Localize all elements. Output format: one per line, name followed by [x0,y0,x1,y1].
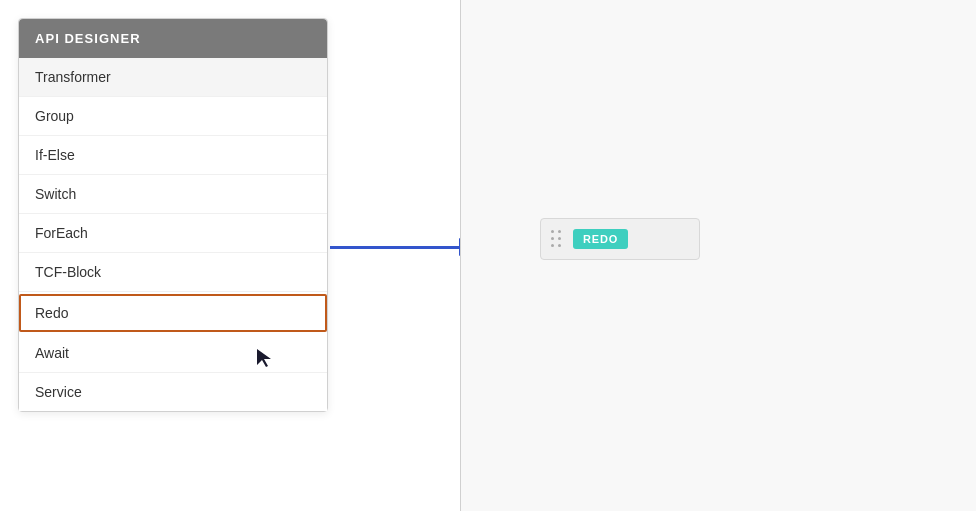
canvas-divider [460,0,461,511]
sidebar-item-tcf-block[interactable]: TCF-Block [19,253,327,292]
redo-node[interactable]: REDO [540,218,700,260]
sidebar-item-label: Service [35,384,82,400]
redo-badge: REDO [573,229,628,249]
sidebar-item-if-else[interactable]: If-Else [19,136,327,175]
api-designer-panel: API DESIGNER Transformer Group If-Else S… [18,18,328,412]
sidebar-item-redo[interactable]: Redo [19,294,327,332]
sidebar-item-label: If-Else [35,147,75,163]
sidebar-item-label: ForEach [35,225,88,241]
drag-handle [551,230,563,249]
sidebar-item-label: Group [35,108,74,124]
sidebar-item-group[interactable]: Group [19,97,327,136]
sidebar-item-foreach[interactable]: ForEach [19,214,327,253]
panel-header: API DESIGNER [19,19,327,58]
sidebar-item-label: Await [35,345,69,361]
sidebar-item-switch[interactable]: Switch [19,175,327,214]
arrow-connector [330,238,473,256]
sidebar-item-label: Transformer [35,69,111,85]
sidebar-item-label: TCF-Block [35,264,101,280]
sidebar-item-service[interactable]: Service [19,373,327,411]
sidebar-item-await[interactable]: Await [19,334,327,373]
arrow-line [330,246,460,249]
canvas-area: REDO [460,0,976,511]
sidebar-item-label: Switch [35,186,76,202]
sidebar-item-label: Redo [35,305,68,321]
sidebar-item-transformer[interactable]: Transformer [19,58,327,97]
